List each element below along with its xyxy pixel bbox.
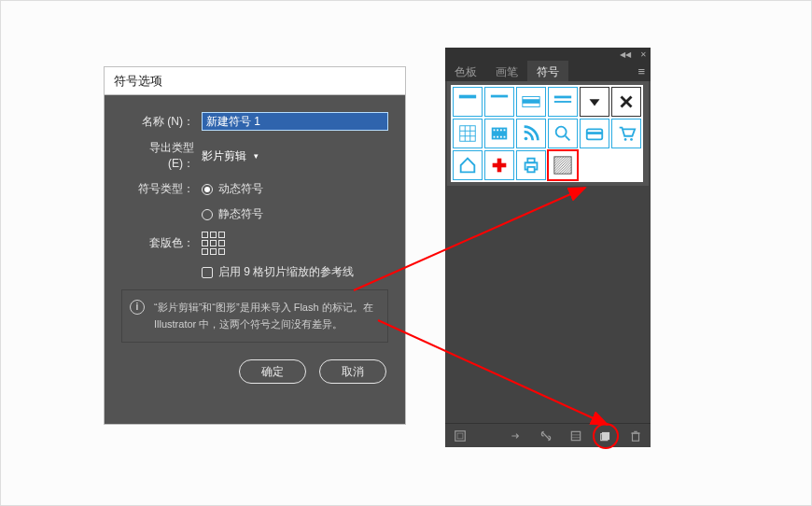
svg-rect-0	[459, 95, 476, 99]
svg-rect-3	[523, 99, 539, 104]
svg-rect-38	[571, 431, 580, 440]
svg-rect-9	[460, 126, 476, 142]
panel-top-bar: ◀◀ ✕	[445, 48, 651, 61]
radio-static[interactable]	[202, 209, 213, 220]
sw-dropdown-icon[interactable]	[580, 87, 609, 117]
symbol-library-icon[interactable]	[453, 429, 468, 443]
new-symbol-icon[interactable]	[598, 429, 613, 443]
svg-point-23	[525, 137, 528, 141]
swatch-grid	[451, 85, 643, 182]
svg-rect-26	[587, 129, 603, 139]
dialog-title: 符号选项	[105, 67, 405, 95]
sw-bar-dash[interactable]	[548, 87, 578, 117]
panel-collapse-icon[interactable]: ◀◀	[620, 50, 631, 59]
info-box: i “影片剪辑”和“图形”是用来导入 Flash 的标记。在 Illustrat…	[121, 289, 388, 343]
symbol-options-dialog: 符号选项 名称 (N)： 导出类型 (E)： 影片剪辑 ▾ 符号类型： 动态符号…	[104, 66, 406, 425]
sw-close-icon[interactable]	[611, 87, 641, 117]
row-nine-slice: 启用 9 格切片缩放的参考线	[121, 264, 388, 280]
cancel-button[interactable]: 取消	[319, 359, 386, 384]
svg-marker-6	[590, 99, 600, 105]
svg-rect-43	[633, 433, 639, 441]
svg-rect-1	[491, 95, 508, 98]
svg-rect-5	[554, 101, 571, 103]
radio-dynamic[interactable]	[202, 184, 213, 195]
svg-rect-15	[494, 129, 496, 131]
label-name: 名称 (N)：	[121, 114, 202, 130]
sw-grid-icon[interactable]	[453, 119, 483, 148]
delete-symbol-icon[interactable]	[628, 429, 643, 443]
sw-hatch-pattern[interactable]	[548, 150, 578, 180]
sw-home-icon[interactable]	[453, 150, 483, 180]
checkbox-nine-slice[interactable]	[202, 267, 213, 278]
svg-rect-37	[457, 433, 463, 439]
row-name: 名称 (N)：	[121, 112, 388, 131]
row-registration: 套版色：	[121, 232, 388, 255]
checkbox-nine-slice-label: 启用 9 格切片缩放的参考线	[218, 264, 354, 280]
export-type-select[interactable]: 影片剪辑 ▾	[202, 147, 259, 166]
sw-rss-icon[interactable]	[516, 119, 546, 148]
symbol-options-icon[interactable]	[568, 429, 583, 443]
registration-grid[interactable]	[202, 232, 225, 255]
label-export-type: 导出类型 (E)：	[121, 140, 202, 172]
svg-rect-17	[500, 129, 502, 131]
info-icon: i	[130, 300, 145, 315]
sw-bar-top[interactable]	[453, 87, 483, 117]
svg-point-24	[556, 127, 567, 137]
radio-dynamic-label: 动态符号	[218, 181, 263, 197]
svg-rect-22	[504, 136, 506, 138]
row-symbol-type-static: 静态符号	[121, 206, 388, 222]
label-registration: 套版色：	[121, 235, 202, 251]
chevron-down-icon: ▾	[254, 151, 259, 161]
sw-plus-red-icon[interactable]	[484, 150, 514, 180]
row-symbol-type-dynamic: 符号类型： 动态符号	[121, 181, 388, 197]
sw-printer-icon[interactable]	[516, 150, 546, 180]
sw-bar-2[interactable]	[484, 87, 514, 117]
panel-close-icon[interactable]: ✕	[640, 50, 647, 59]
name-input[interactable]	[202, 112, 388, 131]
sw-cart-icon[interactable]	[611, 119, 641, 148]
svg-rect-34	[527, 167, 534, 173]
sw-creditcard-icon[interactable]	[580, 119, 609, 148]
dialog-body: 名称 (N)： 导出类型 (E)： 影片剪辑 ▾ 符号类型： 动态符号 静态符号…	[105, 95, 405, 343]
tab-brushes[interactable]: 画笔	[486, 61, 527, 81]
svg-point-28	[624, 138, 627, 141]
svg-point-29	[630, 138, 633, 141]
row-export-type: 导出类型 (E)： 影片剪辑 ▾	[121, 140, 388, 172]
label-symbol-type: 符号类型：	[121, 181, 202, 197]
svg-rect-21	[500, 136, 502, 138]
place-symbol-icon[interactable]	[509, 429, 524, 443]
svg-line-25	[566, 136, 570, 141]
info-text: “影片剪辑”和“图形”是用来导入 Flash 的标记。在 Illustrator…	[154, 302, 373, 330]
radio-static-label: 静态符号	[218, 206, 263, 222]
export-type-value: 影片剪辑	[202, 148, 246, 164]
ok-button[interactable]: 确定	[239, 359, 306, 384]
svg-rect-27	[587, 132, 603, 134]
sw-magnify-icon[interactable]	[548, 119, 578, 148]
svg-rect-19	[494, 136, 496, 138]
dialog-buttons: 确定 取消	[105, 343, 405, 401]
symbols-panel: ◀◀ ✕ 色板 画笔 符号 ≡	[445, 48, 651, 447]
svg-rect-36	[455, 430, 466, 441]
svg-rect-20	[497, 136, 498, 138]
svg-rect-35	[554, 157, 571, 174]
svg-rect-18	[504, 129, 506, 131]
break-link-icon[interactable]	[539, 429, 553, 443]
tab-symbols[interactable]: 符号	[527, 61, 568, 81]
tab-swatches[interactable]: 色板	[445, 61, 486, 81]
sw-filmstrip-icon[interactable]	[484, 119, 514, 148]
svg-rect-33	[527, 159, 534, 163]
panel-menu-icon[interactable]: ≡	[637, 64, 645, 78]
panel-tabs: 色板 画笔 符号 ≡	[445, 61, 651, 81]
svg-rect-16	[497, 129, 498, 131]
swatch-area	[447, 81, 649, 186]
panel-footer	[445, 423, 651, 447]
sw-card-band[interactable]	[516, 87, 546, 117]
svg-rect-4	[554, 96, 571, 99]
